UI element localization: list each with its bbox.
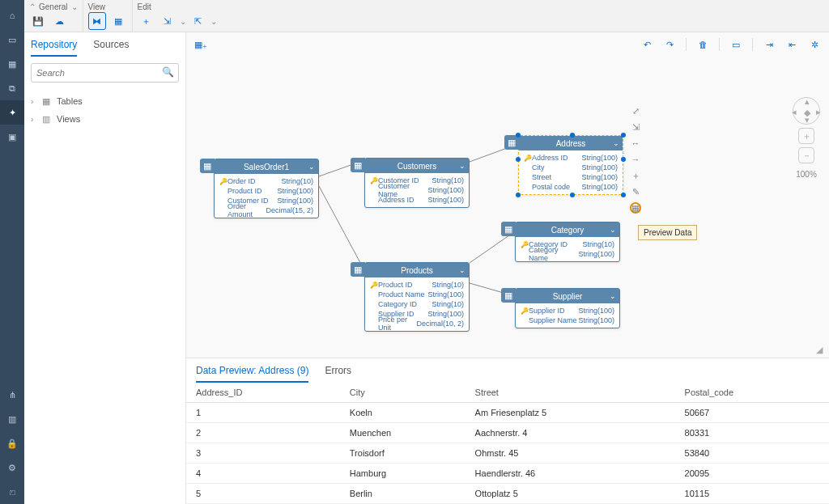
search-input[interactable] [31,63,179,83]
entity-field: Product NameString(100) [365,290,469,299]
tab-data-preview[interactable]: Data Preview: Address (9) [196,365,308,383]
rail-user-icon[interactable]: ⋔ [0,383,24,407]
table-icon: ▦ [501,288,516,303]
view-icon: ▥ [42,114,57,125]
table-cell: Hamburg [348,464,474,484]
rail-model-icon[interactable]: ✦ [0,100,24,125]
table-row[interactable]: 3TroisdorfOhmstr. 4553840 [186,443,829,464]
entity-autosize-icon[interactable]: ⤢ [630,105,641,116]
zoom-out-icon[interactable]: － [798,147,814,163]
table-cell: Berlin [348,484,474,504]
table-row[interactable]: 1KoelnAm Friesenplatz 550667 [186,403,829,423]
left-rail: ⌂ ▭ ▦ ⧉ ✦ ▣ ⋔ ▥ 🔒 ⚙ ⏍ [0,0,24,504]
rail-folder-icon[interactable]: ▭ [0,28,24,52]
add-icon[interactable]: ＋ [138,12,155,30]
preview-column-header[interactable]: Postal_code [683,383,829,403]
table-cell: Aachnerstr. 4 [474,423,683,443]
toolbar-group-edit: Edit [138,2,151,11]
fullscreen-icon[interactable]: ▭ [728,36,744,53]
entity-salesorder[interactable]: ▦ SalesOrder1⌄ 🔑Order IDString(10)Produc… [214,159,319,218]
diagram-canvas[interactable]: ▦ SalesOrder1⌄ 🔑Order IDString(10)Produc… [186,57,829,358]
rail-image-icon[interactable]: ▣ [0,125,24,149]
undo-icon[interactable]: ↶ [639,36,655,53]
entity-add-icon[interactable]: ＋ [630,170,641,181]
search-icon[interactable]: 🔍 [162,66,174,78]
rail-bars-icon[interactable]: ▥ [0,407,24,431]
table-icon: ▦ [501,222,516,236]
tree-label: Views [57,114,80,124]
view-grid-icon[interactable]: ▦ [109,12,127,30]
rail-dock-icon[interactable]: ⏍ [0,480,24,504]
preview-column-header[interactable]: City [348,383,474,403]
entity-link-icon[interactable]: → [630,154,641,165]
entity-association-icon[interactable]: ↔ [630,138,641,149]
preview-column-header[interactable]: Address_ID [186,383,348,403]
preview-column-header[interactable]: Street [474,383,683,403]
rail-lock-icon[interactable]: 🔒 [0,431,24,455]
deploy-icon[interactable]: ☁ [50,12,68,30]
entity-expand-icon[interactable]: ⇲ [630,121,641,133]
toolbar-group-general: General [39,2,68,11]
entity-products[interactable]: ▦ Products⌄ 🔑Product IDString(10)Product… [364,262,470,332]
table-cell: Troisdorf [348,443,474,464]
table-row[interactable]: 5BerlinOttoplatz 510115 [186,484,829,504]
delete-icon[interactable]: 🗑 [695,36,711,53]
zoom-in-icon[interactable]: ＋ [798,128,814,144]
data-preview-panel: Data Preview: Address (9) Errors Address… [186,358,829,504]
zoom-level: 100% [796,170,817,179]
chevron-down-icon[interactable]: ⌄ [180,17,186,26]
tab-sources[interactable]: Sources [93,39,129,57]
view-diagram-icon[interactable]: ⧓ [88,12,106,30]
table-cell: 20095 [683,464,829,484]
tree-views[interactable]: › ▥ Views [31,110,179,128]
table-icon: ▦ [351,158,365,172]
entity-field: 🔑Product IDString(10) [365,280,469,290]
layout2-icon[interactable]: ⇤ [784,36,800,53]
chevron-down-icon[interactable]: ⌄ [71,2,78,11]
preview-data-icon[interactable]: ▦ [630,202,641,214]
entity-title: Products [401,266,432,275]
rail-table-icon[interactable]: ▦ [0,52,24,76]
tab-errors[interactable]: Errors [325,365,351,383]
add-table-icon[interactable]: ▦₊ [193,36,209,53]
table-icon: ▦ [42,96,57,107]
tab-repository[interactable]: Repository [31,39,77,57]
table-row[interactable]: 2MuenchenAachnerstr. 480331 [186,423,829,443]
pan-control[interactable]: ▴ ▾ ◂ ▸ ◆ [793,97,820,125]
table-icon: ▦ [351,262,365,277]
layout1-icon[interactable]: ⇥ [761,36,777,53]
rail-home-icon[interactable]: ⌂ [0,3,24,28]
redo-icon[interactable]: ↷ [661,36,678,53]
entity-supplier[interactable]: ▦ Supplier⌄ 🔑Supplier IDString(100)Suppl… [515,288,620,328]
table-cell: Muenchen [348,423,474,443]
chevron-right-icon[interactable]: › [31,115,42,124]
table-icon: ▦ [200,159,215,173]
entity-field: 🔑Order IDString(10) [215,176,318,186]
chevron-down-icon[interactable]: ⌄ [613,139,619,147]
chevron-right-icon[interactable]: › [31,97,42,106]
resize-panel-icon[interactable]: ◢ [816,345,826,354]
import-icon[interactable]: ⇲ [159,12,176,30]
chevron-down-icon[interactable]: ⌄ [459,266,466,274]
export-icon[interactable]: ⇱ [189,12,207,30]
rail-flow-icon[interactable]: ⧉ [0,76,24,100]
entity-edit-icon[interactable]: ✎ [630,186,641,197]
entity-address[interactable]: ▦ Address⌄ 🔑Address IDString(100)CityStr… [518,135,623,195]
chevron-down-icon[interactable]: ⌄ [308,163,315,171]
save-icon[interactable]: 💾 [29,12,47,30]
table-row[interactable]: 4HamburgHaendlerstr. 4620095 [186,464,829,484]
table-cell: Koeln [348,403,474,423]
chevron-down-icon[interactable]: ⌄ [610,226,616,234]
chevron-down-icon[interactable]: ⌄ [459,162,466,170]
entity-customers[interactable]: ▦ Customers⌄ 🔑Customer IDString(10)Custo… [364,158,470,208]
entity-field: Postal codeString(100) [519,182,623,192]
tree-tables[interactable]: › ▦ Tables [31,92,179,110]
entity-field: Category IDString(10) [365,299,469,309]
layout3-icon[interactable]: ✲ [806,36,823,53]
rail-settings-icon[interactable]: ⚙ [0,455,24,480]
chevron-down-icon[interactable]: ⌄ [610,292,616,300]
entity-field: 🔑Address IDString(100) [519,153,623,163]
entity-category[interactable]: ▦ Category⌄ 🔑Category IDString(10)Catego… [515,222,620,262]
chevron-down-icon[interactable]: ⌄ [210,17,217,26]
collapse-toolbar-icon[interactable]: ⌃ [29,2,36,11]
